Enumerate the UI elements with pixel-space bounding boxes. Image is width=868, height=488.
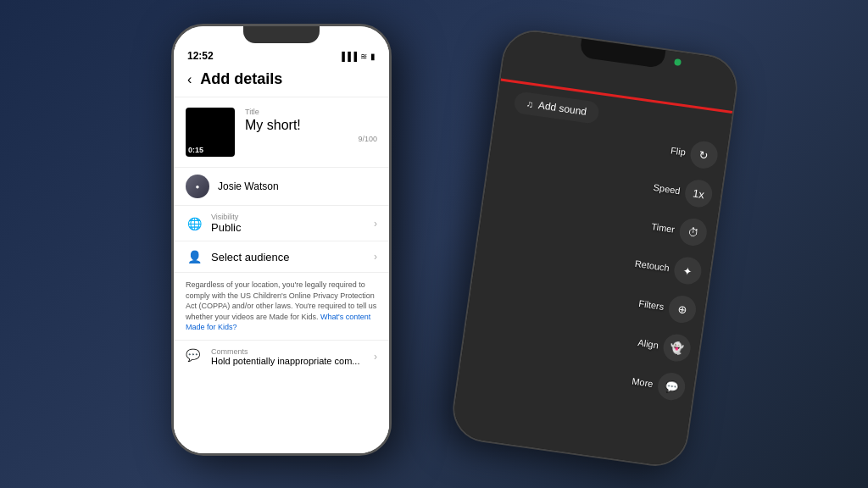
tool-label-align: Align [637, 337, 659, 350]
tool-icon-speed: 1x [683, 178, 714, 208]
visibility-row[interactable]: 🌐 Visibility Public › [174, 206, 389, 241]
tool-more[interactable]: More 💬 [617, 366, 687, 402]
tool-label-more: More [632, 376, 654, 389]
comments-label: Comments [211, 347, 365, 356]
signal-icon: ▐▐▐ [339, 52, 357, 61]
visibility-content: Visibility Public [211, 213, 365, 234]
tool-flip[interactable]: Flip ↻ [649, 134, 720, 170]
audience-content: Select audience [211, 251, 365, 263]
status-bar: 12:52 ▐▐▐ ≋ ▮ [174, 43, 389, 65]
user-name: Josie Watson [218, 180, 279, 192]
tool-label-filters: Filters [638, 298, 665, 312]
music-icon: ♫ [526, 98, 534, 109]
visibility-label: Visibility [211, 213, 365, 221]
front-phone-notch [243, 26, 320, 43]
status-icons: ▐▐▐ ≋ ▮ [339, 52, 376, 61]
chevron-right-icon-2: › [374, 251, 377, 263]
tool-icon-flip: ↻ [689, 140, 720, 170]
coppa-section: Regardless of your location, you're lega… [174, 273, 389, 341]
char-count: 9/100 [245, 135, 377, 143]
comments-icon: 💬 [186, 348, 203, 365]
title-label: Title [245, 108, 377, 116]
back-phone-screen: ♫ Add sound Flip ↻ Speed 1x Timer ⏱ Reto… [451, 28, 740, 469]
chevron-right-icon: › [374, 218, 377, 230]
comments-row[interactable]: 💬 Comments Hold potentially inappropriat… [174, 341, 389, 373]
visibility-value: Public [211, 221, 365, 234]
phones-wrapper: ♫ Add sound Flip ↻ Speed 1x Timer ⏱ Reto… [137, 24, 731, 464]
status-time: 12:52 [187, 50, 214, 62]
tool-icon-retouch: ✦ [672, 255, 703, 286]
phone-back: ♫ Add sound Flip ↻ Speed 1x Timer ⏱ Reto… [448, 26, 741, 470]
back-button[interactable]: ‹ [187, 72, 192, 87]
phone-front: 12:52 ▐▐▐ ≋ ▮ ‹ Add details 0:15 [171, 24, 392, 456]
tool-label-retouch: Retouch [634, 258, 670, 274]
comments-value: Hold potentially inappropriate com... [211, 356, 365, 366]
tool-timer[interactable]: Timer ⏱ [638, 211, 709, 247]
tools-panel: Flip ↻ Speed 1x Timer ⏱ Retouch ✦ Filter… [617, 134, 720, 402]
audience-icon: 👤 [186, 248, 203, 265]
tool-filters[interactable]: Filters ⊕ [627, 288, 698, 324]
page-title: Add details [200, 70, 282, 88]
comments-content: Comments Hold potentially inappropriate … [211, 347, 365, 366]
content-area: 0:15 Title My short! 9/100 ● Josie Watso… [174, 97, 389, 453]
title-input[interactable]: My short! [245, 118, 377, 133]
tool-align[interactable]: Align 👻 [622, 327, 693, 363]
tool-icon-align: 👻 [662, 333, 693, 363]
tool-retouch[interactable]: Retouch ✦ [633, 250, 704, 286]
chevron-right-icon-3: › [374, 351, 377, 363]
avatar: ● [186, 175, 209, 198]
audience-row[interactable]: 👤 Select audience › [174, 241, 389, 273]
user-row: ● Josie Watson [174, 168, 389, 206]
add-sound-button[interactable]: ♫ Add sound [513, 91, 599, 125]
title-section: Title My short! 9/100 [245, 108, 377, 143]
tool-icon-timer: ⏱ [678, 217, 709, 247]
wifi-icon: ≋ [360, 52, 367, 61]
tool-icon-filters: ⊕ [667, 294, 698, 324]
globe-icon: 🌐 [186, 215, 203, 232]
tool-icon-more: 💬 [656, 371, 687, 402]
tool-label-speed: Speed [653, 182, 681, 196]
battery-icon: ▮ [370, 52, 376, 61]
add-sound-label: Add sound [537, 99, 587, 118]
video-section: 0:15 Title My short! 9/100 [174, 97, 389, 168]
tool-label-flip: Flip [670, 145, 686, 157]
tool-label-timer: Timer [651, 221, 676, 235]
video-thumbnail: 0:15 [186, 108, 235, 157]
tool-speed[interactable]: Speed 1x [644, 173, 715, 209]
front-phone-screen: 12:52 ▐▐▐ ≋ ▮ ‹ Add details 0:15 [174, 26, 389, 453]
avatar-initial: ● [196, 183, 200, 191]
app-header: ‹ Add details [174, 65, 389, 97]
video-duration: 0:15 [188, 146, 203, 154]
audience-label: Select audience [211, 251, 365, 263]
